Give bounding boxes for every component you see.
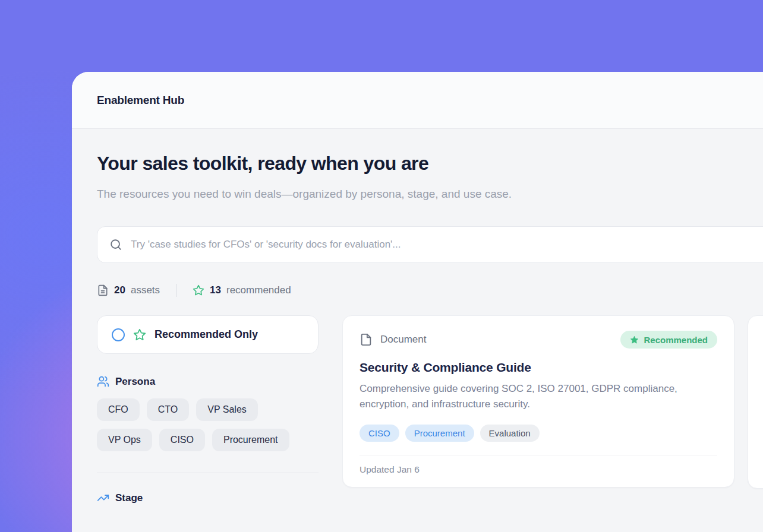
- assets-count: 20: [114, 284, 125, 296]
- star-filled-icon: [630, 335, 639, 344]
- persona-chip-procurement[interactable]: Procurement: [212, 429, 289, 451]
- persona-chip-vp-ops[interactable]: VP Ops: [97, 429, 152, 451]
- card-type-label: Document: [380, 334, 426, 346]
- app-header: Enablement Hub: [72, 72, 763, 129]
- file-text-icon: [97, 284, 109, 296]
- stats-divider: [176, 284, 176, 297]
- persona-chip-vp-sales[interactable]: VP Sales: [196, 398, 258, 421]
- enablement-hub-panel: Enablement Hub Your sales toolkit, ready…: [72, 72, 763, 532]
- asset-card-partial[interactable]: [748, 315, 763, 489]
- persona-chip-cto[interactable]: CTO: [147, 398, 189, 421]
- main-content: Your sales toolkit, ready when you are T…: [72, 129, 763, 504]
- search-input[interactable]: [131, 227, 763, 262]
- persona-chip-ciso[interactable]: CISO: [159, 429, 205, 451]
- persona-section-header: Persona: [97, 375, 319, 388]
- recommended-label: recommended: [226, 284, 291, 296]
- persona-chips: CFO CTO VP Sales VP Ops CISO Procurement: [97, 398, 319, 451]
- recommended-only-toggle[interactable]: Recommended Only: [97, 315, 319, 354]
- search-bar[interactable]: [97, 226, 763, 263]
- card-type: Document: [360, 333, 426, 346]
- star-icon: [133, 328, 146, 341]
- page-title: Your sales toolkit, ready when you are: [97, 153, 763, 175]
- star-icon: [193, 284, 204, 296]
- users-icon: [97, 375, 109, 388]
- sidebar-divider: [97, 473, 319, 473]
- card-title: Security & Compliance Guide: [360, 360, 717, 375]
- filters-sidebar: Recommended Only Persona CFO CTO VP Sale…: [97, 315, 319, 504]
- stats-row: 20 assets 13 recommended: [97, 284, 763, 297]
- trending-up-icon: [97, 492, 109, 504]
- recommended-badge-label: Recommended: [644, 335, 708, 345]
- card-divider: [360, 455, 717, 455]
- recommended-only-label: Recommended Only: [155, 328, 258, 341]
- file-icon: [360, 333, 373, 346]
- persona-section-label: Persona: [115, 376, 155, 388]
- content-grid: Recommended Only Persona CFO CTO VP Sale…: [97, 315, 763, 504]
- persona-chip-cfo[interactable]: CFO: [97, 398, 140, 421]
- recommended-badge: Recommended: [620, 331, 717, 349]
- radio-circle-icon[interactable]: [112, 328, 125, 341]
- tag-ciso[interactable]: CISO: [360, 425, 399, 442]
- page-subtitle: The resources you need to win deals—orga…: [97, 183, 590, 205]
- search-icon: [109, 238, 122, 251]
- asset-card[interactable]: Document Recommended Security & Complian…: [342, 315, 734, 487]
- app-title: Enablement Hub: [97, 94, 184, 107]
- assets-label: assets: [131, 284, 160, 296]
- card-tags: CISO Procurement Evaluation: [360, 425, 717, 442]
- card-top-row: Document Recommended: [360, 331, 717, 349]
- card-updated: Updated Jan 6: [360, 464, 717, 475]
- assets-stat: 20 assets: [97, 284, 160, 296]
- recommended-count: 13: [210, 284, 221, 296]
- stage-section-header: Stage: [97, 492, 319, 504]
- tag-evaluation[interactable]: Evaluation: [480, 425, 540, 442]
- recommended-stat: 13 recommended: [193, 284, 291, 296]
- card-description: Comprehensive guide covering SOC 2, ISO …: [360, 381, 710, 413]
- tag-procurement[interactable]: Procurement: [405, 425, 474, 442]
- stage-section-label: Stage: [115, 492, 143, 504]
